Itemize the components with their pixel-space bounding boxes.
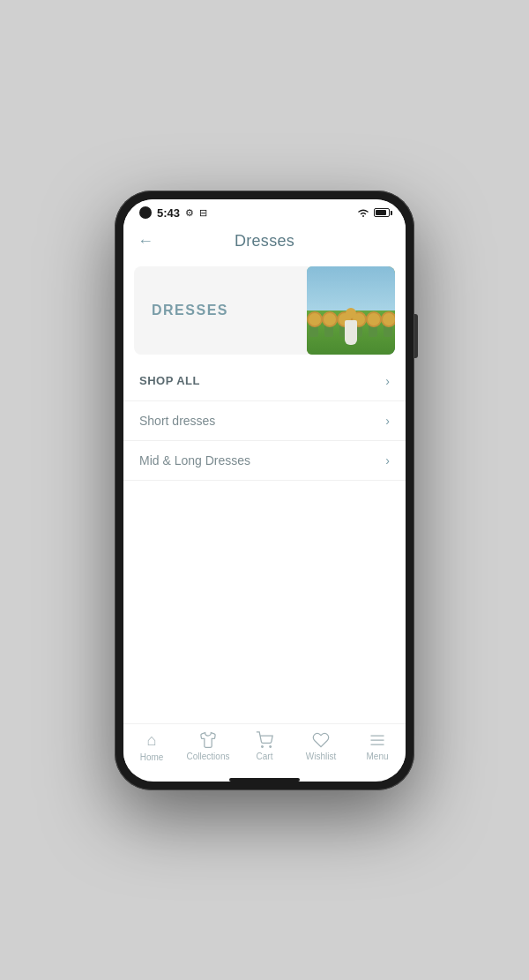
svg-point-1 <box>270 746 272 748</box>
chevron-right-icon-2: › <box>385 414 390 428</box>
battery-icon <box>374 208 390 217</box>
sunflower-2 <box>324 318 333 337</box>
chevron-right-icon-1: › <box>385 374 390 388</box>
menu-item-short-dresses[interactable]: Short dresses › <box>123 401 406 441</box>
figure-body <box>345 320 357 345</box>
figure-silhouette <box>342 308 360 348</box>
nav-item-menu[interactable]: Menu <box>355 731 399 761</box>
status-right-icons <box>356 207 390 218</box>
status-time: 5:43 <box>157 206 180 220</box>
menu-item-mid-long-dresses[interactable]: Mid & Long Dresses › <box>123 441 406 481</box>
wifi-icon <box>356 207 370 218</box>
nav-menu-label: Menu <box>366 752 388 761</box>
bottom-navigation: ⌂ Home Collections Cart Wish <box>123 723 406 774</box>
storage-status-icon: ⊟ <box>199 207 207 219</box>
page-title: Dresses <box>235 232 294 251</box>
hero-label: DRESSES <box>134 303 246 318</box>
phone-device: 5:43 ⚙ ⊟ ← Dresses <box>115 191 414 790</box>
nav-item-collections[interactable]: Collections <box>186 731 230 761</box>
nav-cart-label: Cart <box>257 752 273 761</box>
menu-item-short-dresses-label: Short dresses <box>139 414 215 428</box>
nav-item-cart[interactable]: Cart <box>242 731 287 761</box>
sunflower-5 <box>369 318 377 337</box>
chevron-right-icon-3: › <box>385 453 390 468</box>
figure-head <box>346 308 356 318</box>
nav-item-home[interactable]: ⌂ Home <box>130 731 174 762</box>
category-menu-list: SHOP ALL › Short dresses › Mid & Long Dr… <box>123 362 406 723</box>
camera-dot <box>139 206 152 219</box>
home-icon: ⌂ <box>147 731 157 750</box>
hero-image <box>307 266 395 355</box>
nav-wishlist-label: Wishlist <box>306 752 336 761</box>
nav-home-label: Home <box>140 752 164 762</box>
home-indicator <box>229 778 300 782</box>
menu-item-shop-all-label: SHOP ALL <box>139 374 200 387</box>
hero-banner: DRESSES <box>134 266 395 355</box>
svg-point-0 <box>262 746 264 748</box>
wishlist-icon <box>312 731 330 749</box>
sunflower-1 <box>309 318 318 337</box>
phone-screen: 5:43 ⚙ ⊟ ← Dresses <box>123 199 406 782</box>
menu-icon <box>369 731 386 749</box>
nav-item-wishlist[interactable]: Wishlist <box>299 731 343 761</box>
settings-status-icon: ⚙ <box>185 207 194 219</box>
back-button[interactable]: ← <box>138 232 153 251</box>
nav-collections-label: Collections <box>187 752 230 761</box>
page-header: ← Dresses <box>123 223 406 259</box>
menu-item-shop-all[interactable]: SHOP ALL › <box>123 362 406 401</box>
collections-icon <box>199 731 217 749</box>
cart-icon <box>256 731 273 749</box>
sunflower-6 <box>384 318 392 337</box>
status-bar: 5:43 ⚙ ⊟ <box>123 199 406 223</box>
menu-item-mid-long-dresses-label: Mid & Long Dresses <box>139 453 250 468</box>
